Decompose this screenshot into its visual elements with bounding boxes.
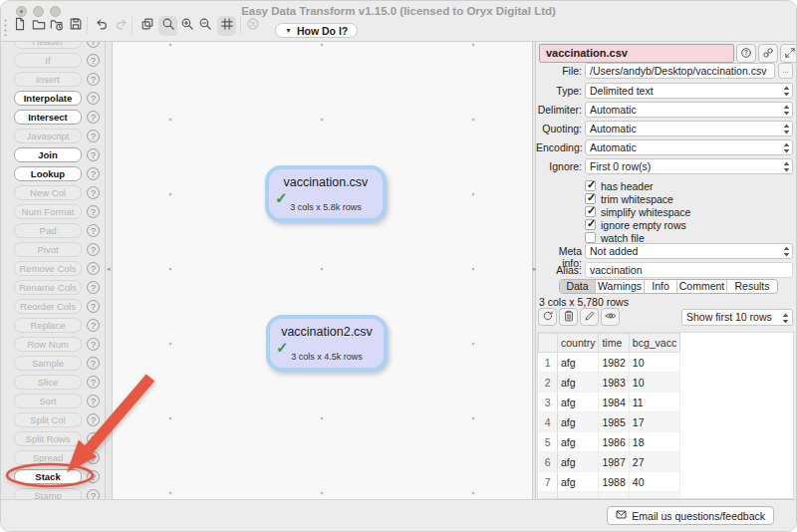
help-icon[interactable]: ? [87,42,100,48]
transform-button-header[interactable]: Header [14,42,82,49]
transform-button-lookup[interactable]: Lookup [14,166,82,181]
transform-button-row-num[interactable]: Row Num [14,337,82,352]
tab-results[interactable]: Results [727,280,777,293]
input-node-vaccination2.csv[interactable]: ✓ vaccination2.csv 3 cols x 4.5k rows [266,315,388,372]
help-icon[interactable]: ? [87,432,100,445]
recent-files-button[interactable] [47,16,66,36]
duplicate-button[interactable] [137,16,156,36]
help-icon[interactable]: ? [87,205,100,218]
toolbar-separator [132,17,133,34]
save-icon [69,17,83,35]
help-icon[interactable]: ? [87,470,100,483]
transform-button-reorder-cols[interactable]: Reorder Cols [14,299,82,314]
help-icon[interactable]: ? [87,148,100,161]
help-icon[interactable]: ? [87,413,100,426]
type-select[interactable]: Delimited text [585,83,793,99]
new-document-button[interactable] [10,16,29,36]
how-do-i-button[interactable]: ▼ How Do I? [275,23,358,38]
item-name-field[interactable]: vaccination.csv [539,44,734,63]
transform-button-replace[interactable]: Replace [14,318,82,333]
checkbox-watch-file[interactable]: watch file [585,231,645,244]
rows-shown-select[interactable]: Show first 10 rows [681,309,793,326]
zoom-mode-button[interactable] [158,16,177,36]
transform-button-join[interactable]: Join [14,147,82,162]
tab-warnings[interactable]: Warnings [596,280,645,293]
transform-button-if[interactable]: If [14,53,82,68]
table-row: 7afg198840 [539,472,680,492]
help-icon[interactable]: ? [87,243,100,256]
help-icon[interactable]: ? [87,489,100,499]
help-icon[interactable]: ? [87,338,100,351]
help-icon[interactable]: ? [87,451,100,464]
redo-button[interactable] [112,16,131,36]
transform-button-sort[interactable]: Sort [14,394,82,408]
alias-input[interactable]: vaccination [585,262,793,278]
transform-button-spread[interactable]: Spread [14,450,82,465]
save-button[interactable] [66,16,85,36]
transform-button-pad[interactable]: Pad [14,223,82,238]
help-icon[interactable]: ? [87,186,100,199]
checkbox-simplify-whitespace[interactable]: ✓ simplify whitespace [585,205,690,218]
undo-button[interactable] [92,16,111,36]
zoom-out-button[interactable] [195,16,214,36]
ignore-input[interactable]: First 0 row(s) [585,158,793,174]
help-icon[interactable]: ? [87,167,100,180]
encoding-select[interactable]: Automatic [585,139,793,155]
copy-table-button[interactable] [559,308,578,326]
help-icon[interactable]: ? [87,300,100,313]
checkbox-trim-whitespace[interactable]: ✓ trim whitespace [585,192,673,205]
zoom-in-button[interactable] [177,16,196,36]
browse-button[interactable]: ... [778,63,793,79]
field-label: Ignore: [536,160,582,172]
transform-button-slice[interactable]: Slice [14,375,82,390]
transform-button-insert[interactable]: Insert [14,72,82,87]
tab-comment[interactable]: Comment [677,280,727,293]
transform-button-new-col[interactable]: New Col [14,185,82,200]
checkbox-ignore-empty-rows[interactable]: ✓ ignore empty rows [585,218,686,231]
help-icon[interactable]: ? [87,262,100,275]
link-button[interactable] [758,44,778,63]
left-pane-splitter[interactable]: ◂ [105,42,113,499]
tab-data[interactable]: Data [560,280,596,293]
transform-button-remove-cols[interactable]: Remove Cols [14,261,82,276]
help-icon[interactable]: ? [87,357,100,370]
file-input[interactable]: /Users/andyb/Desktop/vaccination.csv [585,63,775,79]
help-icon[interactable]: ? [87,92,100,105]
help-icon[interactable]: ? [87,130,100,142]
email-feedback-button[interactable]: Email us questions/feedback [607,506,774,525]
transform-button-javascript[interactable]: Javascript [14,129,82,143]
meta-info-select[interactable]: Not added [585,243,793,259]
transform-button-rename-cols[interactable]: Rename Cols [14,280,82,295]
workflow-canvas[interactable]: ✓ vaccination.csv 3 cols x 5.8k rows✓ va… [113,42,532,501]
transform-button-sample[interactable]: Sample [14,356,82,371]
help-icon[interactable]: ? [87,395,100,407]
transform-button-interpolate[interactable]: Interpolate [14,91,82,106]
quoting-select[interactable]: Automatic [585,121,793,136]
delimiter-select[interactable]: Automatic [585,102,793,118]
edit-button[interactable] [580,308,599,326]
transform-button-pivot[interactable]: Pivot [14,242,82,257]
transform-button-stack[interactable]: Stack [14,469,82,484]
help-button[interactable]: ? [736,44,756,63]
tab-info[interactable]: Info [645,280,677,293]
help-icon[interactable]: ? [87,319,100,332]
transform-button-intersect[interactable]: Intersect [14,110,82,125]
grid-snap-button[interactable] [217,16,236,36]
expand-button[interactable] [780,44,797,63]
toolbar-drag-handle[interactable] [4,18,7,36]
help-icon[interactable]: ? [87,224,100,237]
view-button[interactable] [601,308,620,326]
refresh-button[interactable] [538,308,557,326]
input-node-vaccination.csv[interactable]: ✓ vaccination.csv 3 cols x 5.8k rows [265,165,387,222]
cancel-button[interactable] [243,16,262,36]
open-folder-button[interactable] [29,16,48,36]
help-icon[interactable]: ? [87,54,100,67]
transform-button-split-col[interactable]: Split Col [14,412,82,427]
help-icon[interactable]: ? [87,111,100,124]
transform-button-split-rows[interactable]: Split Rows [14,431,82,446]
transform-button-stamp[interactable]: Stamp [14,488,82,499]
help-icon[interactable]: ? [87,73,100,86]
help-icon[interactable]: ? [87,281,100,294]
transform-button-num-format[interactable]: Num Format [14,204,82,219]
help-icon[interactable]: ? [87,376,100,389]
